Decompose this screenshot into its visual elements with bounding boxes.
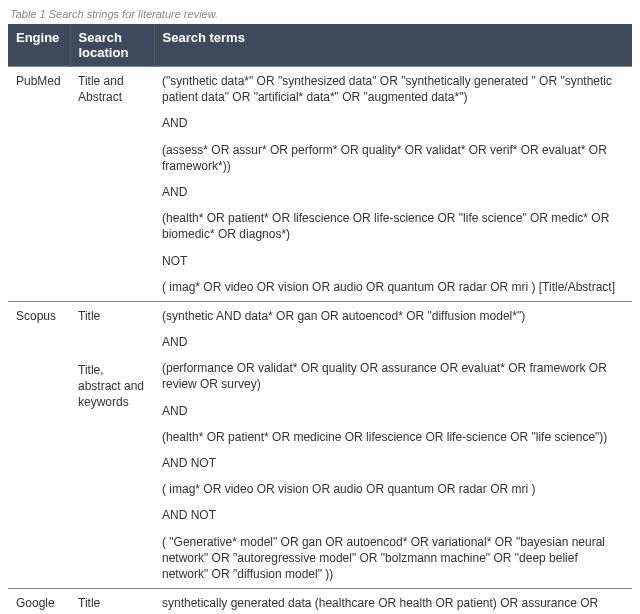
location-cell: Title and Abstract (70, 67, 154, 302)
term-line: AND (162, 115, 624, 131)
term-line: (health* OR patient* OR lifescience OR l… (162, 210, 624, 242)
term-line: AND (162, 334, 624, 350)
terms-cell: synthetically generated data (healthcare… (154, 589, 632, 614)
term-line: AND NOT (162, 455, 624, 471)
table-header-row: Engine Search location Search terms (8, 24, 632, 67)
table-row: Scopus Title Title, abstract and keyword… (8, 301, 632, 588)
terms-cell: (synthetic AND data* OR gan OR autoencod… (154, 301, 632, 588)
term-line: AND (162, 184, 624, 200)
location-cell: Title Title, abstract and keywords (70, 301, 154, 588)
header-location: Search location (70, 24, 154, 67)
term-line: ( "Generative* model" OR gan OR autoenco… (162, 534, 624, 583)
term-line: AND NOT (162, 507, 624, 523)
location-cell: Title (70, 589, 154, 614)
table-row: Google scholar Title synthetically gener… (8, 589, 632, 614)
engine-cell: Google scholar (8, 589, 70, 614)
table-row: PubMed Title and Abstract ("synthetic da… (8, 67, 632, 302)
table-caption: Table 1 Search strings for literature re… (8, 8, 632, 20)
engine-cell: Scopus (8, 301, 70, 588)
term-line: AND (162, 403, 624, 419)
terms-cell: ("synthetic data*" OR "synthesized data"… (154, 67, 632, 302)
term-line: (assess* OR assur* OR perform* OR qualit… (162, 142, 624, 174)
engine-cell: PubMed (8, 67, 70, 302)
location-line: Title, abstract and keywords (78, 362, 146, 411)
term-line: (health* OR patient* OR medicine OR life… (162, 429, 624, 445)
header-engine: Engine (8, 24, 70, 67)
term-line: NOT (162, 253, 624, 269)
search-strings-table: Engine Search location Search terms PubM… (8, 24, 632, 614)
term-line: ( imag* OR video OR vision OR audio OR q… (162, 279, 624, 295)
term-line: (synthetic AND data* OR gan OR autoencod… (162, 308, 624, 324)
term-line: (performance OR validat* OR quality OR a… (162, 360, 624, 392)
location-line: Title (78, 308, 146, 324)
term-line: ( imag* OR video OR vision OR audio OR q… (162, 481, 624, 497)
header-terms: Search terms (154, 24, 632, 67)
term-line: ("synthetic data*" OR "synthesized data"… (162, 73, 624, 105)
